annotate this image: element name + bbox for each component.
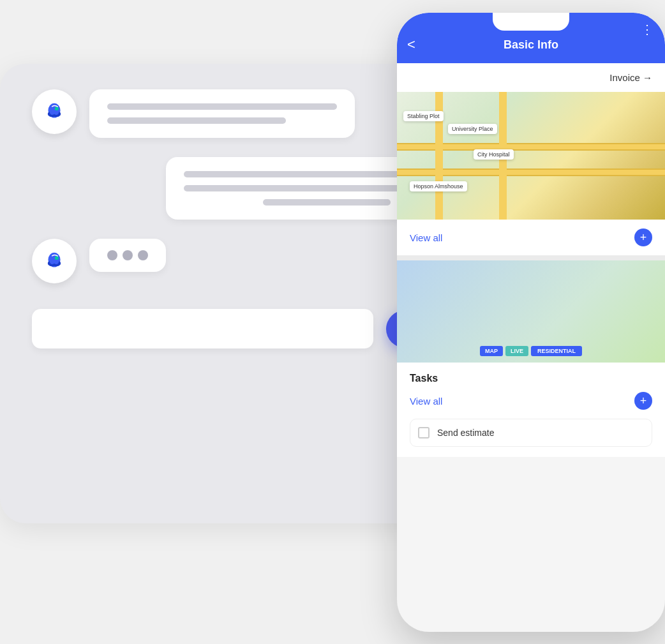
typing-dot-2	[123, 250, 133, 260]
svg-point-10	[55, 256, 59, 260]
bot-avatar-2	[32, 239, 77, 283]
typing-indicator	[89, 239, 166, 272]
phone-header-title: Basic Info	[504, 38, 558, 52]
bubble-line	[263, 199, 391, 206]
invoice-row: Invoice →	[397, 63, 665, 92]
view-all-row-2: View all +	[410, 392, 652, 419]
phone-screen: < Basic Info ⋮ Invoice → Stabling Plot U…	[397, 13, 665, 632]
typing-dot-3	[138, 250, 148, 260]
task-label: Send estimate	[437, 428, 495, 438]
phone-menu-button[interactable]: ⋮	[641, 22, 655, 37]
bot-avatar-1	[32, 89, 77, 134]
add-button-2[interactable]: +	[634, 392, 652, 410]
message-bubble-1	[89, 89, 355, 138]
map-placeholder: Stabling Plot University Place City Hosp…	[397, 92, 665, 220]
bird-logo-icon-2	[41, 248, 68, 274]
typing-dot-1	[107, 250, 117, 260]
badge-blue: MAP	[480, 346, 503, 356]
section-divider-1	[397, 255, 665, 260]
phone-mockup: < Basic Info ⋮ Invoice → Stabling Plot U…	[397, 13, 665, 632]
view-all-link-2[interactable]: View all	[410, 396, 442, 407]
map-label-3: City Hospital	[474, 149, 514, 160]
view-all-link-1[interactable]: View all	[410, 232, 442, 243]
bubble-line	[107, 103, 337, 110]
add-button-1[interactable]: +	[634, 228, 652, 246]
svg-point-2	[55, 107, 59, 110]
bubble-line	[107, 117, 286, 124]
color-map-block: MAP LIVE RESIDENTIAL	[397, 260, 665, 363]
map-label-4: Hopson Almshouse	[410, 181, 467, 191]
map-label-1: Stabling Plot	[403, 111, 444, 121]
task-checkbox[interactable]	[418, 427, 430, 438]
tasks-section: Tasks View all + Send estimate	[397, 363, 665, 457]
chat-input-field[interactable]	[32, 309, 373, 348]
tasks-header: Tasks	[410, 373, 652, 384]
view-all-row-1: View all +	[397, 220, 665, 255]
task-item: Send estimate	[410, 419, 652, 447]
phone-back-button[interactable]: <	[407, 36, 415, 53]
invoice-link[interactable]: Invoice →	[609, 72, 652, 83]
map-label-2: University Place	[448, 124, 497, 134]
phone-notch	[493, 13, 569, 31]
message-bubble-2	[166, 157, 408, 220]
bird-logo-icon	[41, 98, 68, 125]
residential-badge: MAP LIVE RESIDENTIAL	[480, 346, 582, 356]
bubble-line	[184, 171, 414, 177]
map-section: Stabling Plot University Place City Hosp…	[397, 92, 665, 220]
badge-residential: RESIDENTIAL	[531, 346, 582, 356]
badge-teal: LIVE	[505, 346, 528, 356]
bubble-line	[184, 185, 414, 191]
